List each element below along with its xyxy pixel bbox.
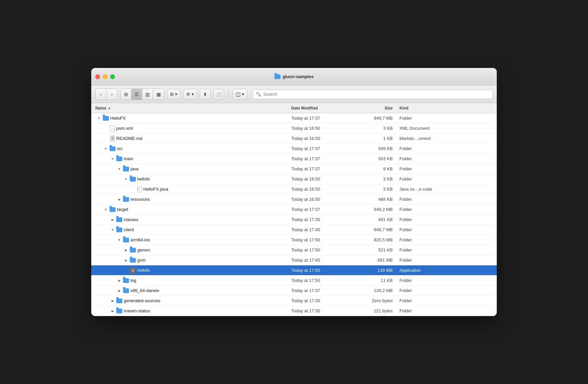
- disclosure-triangle[interactable]: [110, 157, 115, 161]
- forward-button[interactable]: ›: [106, 89, 117, 100]
- file-size: 121 bytes: [359, 308, 399, 313]
- folder-icon: [116, 309, 122, 313]
- file-name-text: client: [124, 227, 134, 232]
- disclosure-triangle[interactable]: [110, 309, 115, 313]
- table-row[interactable]: gensrcToday at 17:50521 KBFolder: [91, 245, 497, 255]
- gallery-view-button[interactable]: ▦: [153, 89, 164, 100]
- tag-button[interactable]: ⬜: [213, 89, 224, 100]
- table-row[interactable]: classesToday at 17:35491 KBFolder: [91, 215, 497, 225]
- table-row[interactable]: pom.xmlToday at 16:503 KBXML Document: [91, 123, 497, 134]
- column-view-button[interactable]: ▥: [142, 89, 153, 100]
- file-kind: Markdo…ument: [399, 136, 493, 141]
- disclosure-triangle[interactable]: [110, 227, 115, 232]
- disclosure-triangle[interactable]: [103, 146, 108, 151]
- table-row[interactable]: hellofxToday at 17:50139 MBApplication: [91, 265, 497, 275]
- minimize-button[interactable]: [103, 74, 107, 79]
- list-view-button[interactable]: ☰: [131, 89, 142, 100]
- dropbox-icon: ◫: [236, 91, 241, 97]
- table-row[interactable]: maven-statusToday at 17:35121 bytesFolde…: [91, 306, 497, 316]
- file-size: 491 KB: [359, 217, 399, 222]
- disclosure-triangle[interactable]: [110, 298, 115, 303]
- nav-buttons: ‹ ›: [95, 89, 118, 100]
- group-dropdown[interactable]: ⊞ ▾: [167, 89, 180, 100]
- icon-view-button[interactable]: ⊞: [121, 89, 131, 100]
- dropbox-arrow-icon: ▾: [242, 92, 244, 97]
- file-date: Today at 17:37: [291, 116, 359, 121]
- file-kind: Folder: [399, 116, 493, 121]
- file-kind: Folder: [399, 278, 493, 283]
- file-date: Today at 16:50: [291, 197, 359, 202]
- file-name-col: generated-sources: [95, 298, 291, 303]
- kind-column-header[interactable]: Kind: [399, 106, 493, 111]
- file-size: 509 KB: [359, 146, 399, 151]
- disclosure-triangle[interactable]: [124, 248, 128, 253]
- file-size: 488 KB: [359, 197, 399, 202]
- file-name-text: gvm: [137, 258, 146, 263]
- table-row[interactable]: javaToday at 17:379 KBFolder: [91, 164, 497, 174]
- file-name-col: gvm: [95, 258, 291, 263]
- table-row[interactable]: hellofxToday at 16:503 KBFolder: [91, 174, 497, 184]
- file-date: Today at 17:37: [291, 146, 359, 151]
- java-icon: //: [137, 186, 142, 192]
- file-size: Zero bytes: [359, 298, 399, 303]
- date-column-header[interactable]: Date Modified: [291, 106, 359, 111]
- disclosure-triangle[interactable]: [124, 177, 128, 182]
- table-row[interactable]: srcToday at 17:37509 KBFolder: [91, 144, 497, 154]
- file-date: Today at 16:50: [291, 136, 359, 141]
- table-row[interactable]: generated-sourcesToday at 17:35Zero byte…: [91, 296, 497, 306]
- folder-icon: [123, 288, 129, 293]
- table-row[interactable]: //HelloFX.javaToday at 16:503 KBJava so……: [91, 184, 497, 194]
- folder-icon: [116, 298, 122, 303]
- file-name-text: classes: [124, 217, 138, 222]
- table-row[interactable]: targetToday at 17:37949,2 MBFolder: [91, 205, 497, 215]
- file-date: Today at 16:50: [291, 176, 359, 182]
- table-row[interactable]: resourcesToday at 16:50488 KBFolder: [91, 194, 497, 205]
- disclosure-triangle[interactable]: [117, 197, 122, 202]
- folder-icon: [130, 177, 136, 182]
- file-kind: Folder: [399, 288, 493, 293]
- table-row[interactable]: logToday at 17:5011 KBFolder: [91, 275, 497, 286]
- disclosure-triangle[interactable]: [97, 116, 101, 121]
- share-button[interactable]: ⬆: [200, 89, 211, 100]
- file-name-text: java: [130, 166, 139, 171]
- file-date: Today at 16:50: [291, 126, 359, 131]
- disclosure-triangle[interactable]: [103, 207, 108, 212]
- back-button[interactable]: ‹: [96, 89, 106, 100]
- file-size: 139 MB: [359, 268, 399, 273]
- disclosure-triangle[interactable]: [124, 258, 128, 263]
- name-column-header[interactable]: Name ▲: [95, 106, 291, 111]
- file-size: 949,7 MB: [359, 116, 399, 121]
- action-dropdown[interactable]: ⚙ ▾: [183, 89, 197, 100]
- table-row[interactable]: README.mdToday at 16:501 KBMarkdo…ument: [91, 134, 497, 144]
- file-date: Today at 16:50: [291, 187, 359, 192]
- search-input[interactable]: [263, 92, 490, 97]
- folder-icon: [123, 278, 129, 283]
- table-row[interactable]: gvmToday at 17:45681 MBFolder: [91, 255, 497, 265]
- action-arrow-icon: ▾: [192, 92, 194, 97]
- table-row[interactable]: mainToday at 17:37503 KBFolder: [91, 154, 497, 164]
- file-name-col: java: [95, 166, 291, 171]
- file-date: Today at 17:35: [291, 217, 359, 222]
- file-name-text: HelloFX: [110, 116, 126, 121]
- table-row[interactable]: arm64-iosToday at 17:50820,5 MBFolder: [91, 235, 497, 245]
- separator-1: [228, 90, 228, 99]
- file-date: Today at 17:50: [291, 278, 359, 283]
- close-button[interactable]: [95, 74, 100, 79]
- table-row[interactable]: x86_64-darwinToday at 17:37128,2 MBFolde…: [91, 286, 497, 296]
- disclosure-triangle[interactable]: [117, 167, 122, 171]
- size-column-header[interactable]: Size: [359, 106, 399, 111]
- dropbox-button[interactable]: ◫ ▾: [232, 89, 247, 100]
- maximize-button[interactable]: [110, 74, 115, 79]
- toolbar: ‹ › ⊞ ☰ ▥ ▦ ⊞ ▾ ⚙: [91, 86, 497, 103]
- table-row[interactable]: clientToday at 17:45948,7 MBFolder: [91, 225, 497, 235]
- table-row[interactable]: HelloFXToday at 17:37949,7 MBFolder: [91, 113, 497, 123]
- disclosure-triangle[interactable]: [117, 278, 122, 283]
- disclosure-triangle[interactable]: [110, 217, 115, 222]
- disclosure-triangle[interactable]: [117, 238, 122, 242]
- file-name-text: hellofx: [137, 176, 150, 182]
- file-kind: Folder: [399, 146, 493, 151]
- window-title-area: gluon-samples: [274, 74, 314, 79]
- disclosure-triangle[interactable]: [117, 288, 122, 293]
- file-size: 128,2 MB: [359, 288, 399, 293]
- search-bar[interactable]: 🔍: [253, 90, 493, 99]
